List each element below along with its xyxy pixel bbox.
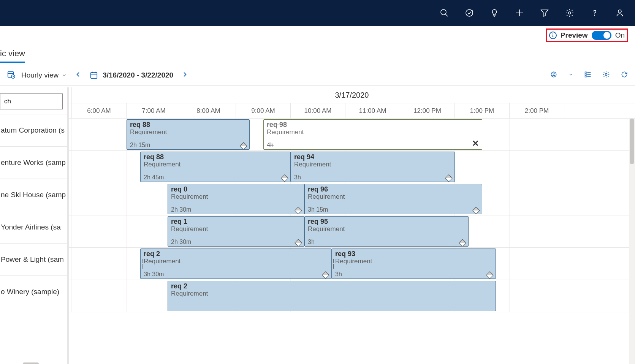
booking-subtitle: Requirement	[171, 226, 301, 233]
diamond-icon	[281, 174, 288, 182]
booking-subtitle: Requirement	[144, 161, 287, 168]
task-check-icon[interactable]	[465, 8, 474, 17]
add-icon[interactable]	[515, 8, 524, 17]
booking-block[interactable]: req 88Requirement2h 15m	[127, 119, 250, 150]
timeline-grid: 3/17/2020 6:00 AM7:00 AM8:00 AM9:00 AM10…	[69, 87, 635, 364]
booking-title: req 2	[144, 250, 328, 258]
diamond-icon	[486, 271, 494, 279]
vertical-scrollbar-thumb[interactable]	[630, 119, 634, 164]
booking-block[interactable]: req 95Requirement3h	[304, 216, 469, 247]
resource-column: atum Corporation (senture Works (sampne …	[0, 87, 69, 364]
lanes-container: req 88Requirement2h 15mreq 98Requirement…	[69, 119, 635, 312]
booking-title: req 96	[308, 186, 479, 193]
diamond-icon	[459, 239, 466, 247]
svg-point-8	[618, 10, 621, 13]
preview-state: On	[615, 31, 625, 40]
timeline-lane[interactable]: req 2Requirement	[69, 280, 635, 312]
resource-search-input[interactable]	[0, 93, 63, 109]
booking-block[interactable]: req 98Requirement4h✕	[263, 119, 482, 150]
booking-block[interactable]: req 2Requirement3h 30m	[140, 248, 332, 279]
svg-point-17	[553, 73, 554, 74]
booking-block[interactable]: req 1Requirement2h 30m	[168, 216, 304, 247]
booking-block[interactable]: req 2Requirement	[168, 281, 496, 311]
calendar-icon	[90, 71, 98, 79]
booking-block[interactable]: req 96Requirement3h 15m	[304, 184, 482, 214]
resource-row[interactable]: o Winery (sample)	[0, 276, 67, 308]
refresh-icon[interactable]	[621, 71, 628, 79]
list-details-icon[interactable]	[584, 71, 592, 79]
booking-title: req 2	[171, 283, 492, 290]
svg-rect-19	[585, 74, 586, 75]
view-mode-select[interactable]: Hourly view	[21, 71, 67, 79]
booking-duration: 2h 15m	[130, 142, 150, 149]
date-range-picker[interactable]: 3/16/2020 - 3/22/2020	[90, 71, 173, 79]
booking-duration: 3h	[294, 174, 301, 181]
booking-title: req 1	[171, 218, 301, 226]
resource-row[interactable]: atum Corporation (s	[0, 114, 67, 147]
booking-block[interactable]: req 0Requirement2h 30m	[168, 184, 304, 214]
hour-header-cell: 11:00 AM	[345, 103, 400, 118]
previous-week-button[interactable]	[73, 71, 84, 79]
help-icon[interactable]	[590, 8, 599, 17]
board-settings-icon[interactable]	[602, 71, 610, 79]
hour-header-cell: 2:00 PM	[510, 103, 564, 118]
timeline-lane[interactable]: req 2Requirement3h 30mreq 93Requirement3…	[69, 248, 635, 280]
timeline-lane[interactable]: req 0Requirement2h 30mreq 96Requirement3…	[69, 183, 635, 215]
settings-icon[interactable]	[565, 8, 574, 17]
resource-row[interactable]: ne Ski House (samp	[0, 179, 67, 211]
chevron-down-tool-icon[interactable]	[568, 72, 573, 78]
hour-header-cell: 12:00 PM	[400, 103, 455, 118]
hour-header-cell: 1:00 PM	[455, 103, 510, 118]
timeline-lane[interactable]: req 1Requirement2h 30mreq 95Requirement3…	[69, 215, 635, 248]
svg-point-24	[605, 74, 607, 76]
diamond-icon	[322, 271, 329, 279]
preview-toggle[interactable]	[592, 31, 611, 40]
resource-row[interactable]: Power & Light (sam	[0, 244, 67, 276]
schedule-board: atum Corporation (senture Works (sampne …	[0, 86, 635, 364]
toolbar-right-group	[550, 71, 628, 79]
booking-duration: 2h 30m	[171, 206, 191, 213]
filter-icon[interactable]	[540, 8, 549, 17]
resource-row[interactable]: Yonder Airlines (sa	[0, 211, 67, 244]
svg-rect-18	[585, 72, 586, 73]
resource-search-wrap	[0, 87, 67, 114]
vertical-scrollbar[interactable]	[629, 119, 635, 364]
svg-point-7	[594, 15, 595, 16]
diamond-icon	[240, 142, 247, 150]
booking-subtitle: Requirement	[130, 129, 246, 136]
booking-duration: 3h 15m	[308, 206, 328, 213]
diamond-icon	[295, 239, 302, 247]
booking-title: req 88	[130, 121, 246, 129]
booking-subtitle: Requirement	[308, 193, 479, 201]
search-icon[interactable]	[440, 8, 449, 17]
left-scrollbar-thumb[interactable]	[23, 362, 39, 364]
preview-strip: i Preview On	[0, 26, 635, 45]
diamond-icon	[445, 174, 453, 182]
view-tab-label[interactable]: ic view	[0, 45, 635, 62]
booking-block[interactable]: req 93Requirement3h	[332, 248, 496, 279]
booking-duration: 4h	[267, 142, 274, 149]
global-command-bar	[0, 0, 635, 26]
account-icon[interactable]	[615, 8, 624, 17]
booking-block[interactable]: req 94Requirement3h	[291, 152, 455, 182]
booking-duration: 2h 30m	[171, 239, 191, 245]
preview-label: Preview	[561, 31, 588, 40]
hour-header-row: 6:00 AM7:00 AM8:00 AM9:00 AM10:00 AM11:0…	[69, 103, 635, 119]
diamond-icon	[472, 207, 480, 214]
svg-point-2	[466, 9, 473, 16]
timeline-lane[interactable]: req 88Requirement2h 45mreq 94Requirement…	[69, 151, 635, 183]
close-icon[interactable]: ✕	[472, 139, 479, 149]
booking-title: req 88	[144, 154, 287, 161]
calendar-clock-icon[interactable]	[7, 70, 15, 80]
next-week-button[interactable]	[179, 71, 190, 79]
info-icon[interactable]: i	[549, 32, 557, 39]
resource-row[interactable]: enture Works (samp	[0, 147, 67, 179]
hour-header-cell: 8:00 AM	[181, 103, 236, 118]
hour-header-cell: 7:00 AM	[127, 103, 181, 118]
timeline-lane[interactable]: req 88Requirement2h 15mreq 98Requirement…	[69, 119, 635, 151]
booking-subtitle: Requirement	[335, 258, 492, 265]
book-icon[interactable]	[550, 71, 557, 79]
lightbulb-icon[interactable]	[490, 8, 499, 17]
schedule-toolbar: Hourly view 3/16/2020 - 3/22/2020	[0, 65, 635, 86]
booking-block[interactable]: req 88Requirement2h 45m	[140, 152, 291, 182]
